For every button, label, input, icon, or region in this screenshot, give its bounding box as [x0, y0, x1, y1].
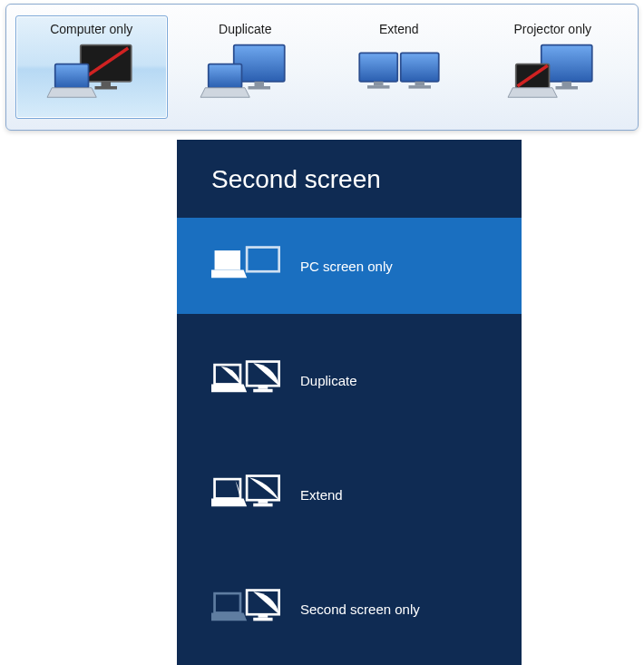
svg-rect-28 [247, 362, 279, 386]
svg-rect-38 [247, 591, 279, 615]
win7-projector-bar: Computer only Duplicate [5, 4, 639, 131]
win7-option-label: Projector only [513, 22, 591, 36]
svg-marker-10 [200, 88, 249, 98]
win7-option-label: Extend [379, 22, 419, 36]
svg-rect-29 [259, 386, 268, 389]
win7-option-projector-only[interactable]: Projector only [477, 15, 629, 119]
win8-option-label: Second screen only [300, 601, 420, 617]
duplicate-icon [195, 42, 295, 105]
svg-rect-14 [367, 85, 390, 89]
pc-screen-only-icon [211, 244, 284, 288]
svg-rect-36 [215, 593, 240, 612]
svg-marker-5 [47, 88, 96, 98]
computer-only-icon [42, 42, 141, 105]
svg-rect-15 [415, 82, 424, 85]
win8-second-screen-panel: Second screen PC screen only Duplicate [177, 140, 522, 665]
svg-rect-31 [215, 479, 240, 498]
win7-option-label: Computer only [50, 22, 132, 36]
svg-rect-25 [247, 248, 279, 272]
svg-marker-21 [508, 88, 557, 98]
svg-rect-8 [249, 86, 271, 90]
extend-icon [211, 473, 284, 516]
win7-option-extend[interactable]: Extend [323, 15, 475, 119]
svg-rect-33 [247, 476, 279, 501]
svg-rect-26 [215, 365, 240, 384]
svg-rect-35 [253, 504, 272, 507]
win8-option-label: Extend [300, 487, 343, 503]
svg-marker-37 [211, 612, 247, 621]
svg-rect-1 [101, 82, 111, 86]
svg-rect-19 [556, 86, 579, 90]
svg-rect-9 [209, 64, 242, 88]
win8-option-extend[interactable]: Extend [177, 446, 522, 543]
win8-option-label: Duplicate [300, 373, 357, 388]
svg-rect-4 [55, 64, 89, 88]
second-screen-only-icon [211, 587, 284, 631]
svg-marker-24 [211, 269, 247, 278]
svg-rect-40 [253, 618, 272, 621]
win7-option-duplicate[interactable]: Duplicate [170, 15, 322, 119]
svg-marker-27 [211, 384, 247, 392]
win7-option-label: Duplicate [219, 22, 271, 36]
svg-rect-12 [401, 53, 439, 82]
win8-option-duplicate[interactable]: Duplicate [177, 332, 522, 428]
svg-rect-30 [253, 389, 272, 393]
win7-option-computer-only[interactable]: Computer only [15, 15, 168, 119]
svg-rect-39 [259, 614, 268, 618]
svg-rect-7 [255, 82, 265, 86]
svg-rect-13 [374, 82, 384, 85]
win8-option-second-screen-only[interactable]: Second screen only [177, 561, 522, 657]
svg-marker-32 [211, 498, 247, 506]
svg-rect-18 [562, 82, 572, 86]
win8-option-label: PC screen only [300, 259, 393, 274]
extend-icon [349, 42, 449, 105]
svg-rect-34 [259, 500, 268, 504]
projector-only-icon [503, 42, 602, 105]
svg-rect-23 [215, 250, 240, 269]
win8-option-pc-screen-only[interactable]: PC screen only [177, 218, 522, 314]
svg-rect-2 [94, 86, 117, 90]
duplicate-icon [211, 358, 284, 402]
win8-panel-title: Second screen [177, 165, 522, 218]
svg-rect-16 [408, 85, 431, 89]
svg-rect-11 [359, 53, 397, 82]
